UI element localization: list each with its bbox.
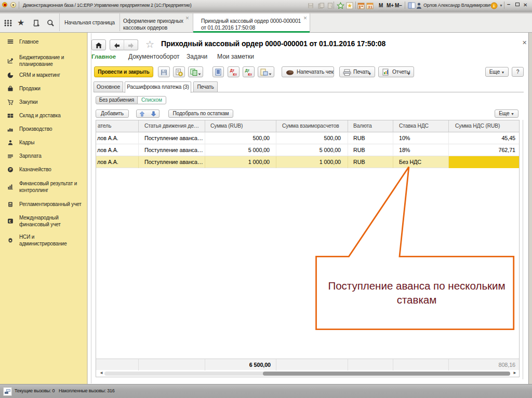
svg-text:31: 31 (368, 5, 373, 9)
svg-text:Р: Р (9, 168, 12, 171)
svg-text:€: € (9, 219, 11, 224)
